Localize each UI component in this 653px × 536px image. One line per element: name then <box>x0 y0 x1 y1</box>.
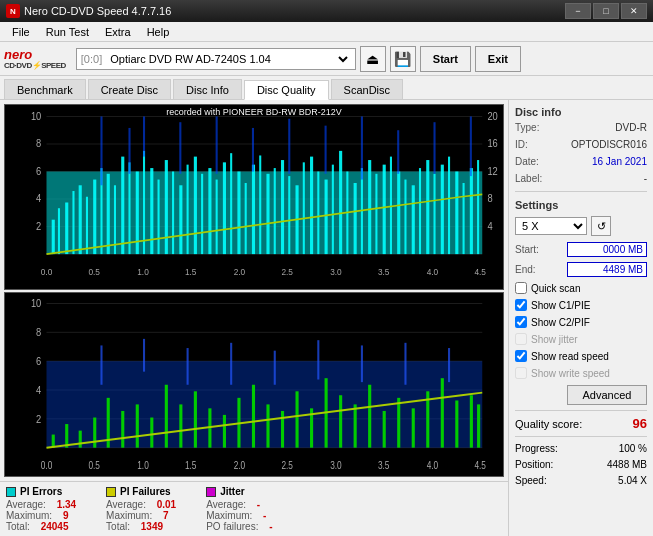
svg-rect-128 <box>266 404 269 447</box>
pi-failures-label: PI Failures <box>120 486 171 497</box>
svg-rect-82 <box>216 116 218 173</box>
svg-rect-34 <box>165 160 168 254</box>
tab-benchmark[interactable]: Benchmark <box>4 79 86 99</box>
app-title: Nero CD-DVD Speed 4.7.7.16 <box>24 5 171 17</box>
drive-label: [0:0] <box>81 53 102 65</box>
svg-rect-147 <box>230 342 232 384</box>
pi-failures-total-row: Total: 1349 <box>106 521 176 532</box>
svg-rect-47 <box>259 155 261 254</box>
settings-title: Settings <box>515 199 647 211</box>
advanced-button[interactable]: Advanced <box>567 385 647 405</box>
id-label: ID: <box>515 138 528 152</box>
date-label: Date: <box>515 155 539 169</box>
show-c1-label: Show C1/PIE <box>531 300 590 311</box>
pi-errors-avg-label: Average: <box>6 499 46 510</box>
svg-rect-118 <box>121 410 124 447</box>
jitter-avg-value: - <box>257 499 260 510</box>
end-input[interactable] <box>567 262 647 277</box>
show-read-speed-checkbox[interactable] <box>515 350 527 362</box>
show-jitter-checkbox <box>515 333 527 345</box>
svg-text:4.0: 4.0 <box>427 458 439 470</box>
menu-help[interactable]: Help <box>139 24 178 40</box>
svg-rect-84 <box>288 119 290 174</box>
jitter-max-value: - <box>263 510 266 521</box>
quick-scan-checkbox[interactable] <box>515 282 527 294</box>
svg-rect-67 <box>404 180 406 255</box>
svg-rect-149 <box>317 340 319 379</box>
menu-run-test[interactable]: Run Test <box>38 24 97 40</box>
tab-scan-disc[interactable]: ScanDisc <box>331 79 403 99</box>
svg-text:4.5: 4.5 <box>474 266 486 276</box>
start-button[interactable]: Start <box>420 46 471 72</box>
drive-dropdown[interactable]: Optiarc DVD RW AD-7240S 1.04 <box>106 52 351 66</box>
svg-text:4.5: 4.5 <box>474 458 486 470</box>
svg-rect-75 <box>463 183 465 254</box>
tab-disc-quality[interactable]: Disc Quality <box>244 80 329 100</box>
svg-rect-51 <box>288 176 290 254</box>
svg-rect-140 <box>441 378 444 447</box>
position-label: Position: <box>515 459 553 470</box>
svg-text:4.0: 4.0 <box>427 266 439 276</box>
svg-rect-36 <box>179 185 182 254</box>
speed2-label: Speed: <box>515 475 547 486</box>
start-row: Start: <box>515 242 647 257</box>
svg-rect-70 <box>426 160 429 254</box>
pi-failures-avg-row: Average: 0.01 <box>106 499 176 510</box>
tabs: Benchmark Create Disc Disc Info Disc Qua… <box>0 76 653 100</box>
show-write-speed-row: Show write speed <box>515 367 647 379</box>
nero-logo-subtitle: CD·DVD⚡SPEED <box>4 61 66 70</box>
start-input[interactable] <box>567 242 647 257</box>
show-read-speed-label: Show read speed <box>531 351 609 362</box>
svg-text:0.5: 0.5 <box>88 266 100 276</box>
svg-text:4: 4 <box>36 193 42 205</box>
position-value: 4488 MB <box>607 459 647 470</box>
close-button[interactable]: ✕ <box>621 3 647 19</box>
svg-rect-68 <box>412 185 415 254</box>
svg-rect-127 <box>252 384 255 447</box>
show-jitter-label: Show jitter <box>531 334 578 345</box>
svg-rect-48 <box>266 174 269 254</box>
window-controls: − □ ✕ <box>565 3 647 19</box>
save-button[interactable]: 💾 <box>390 46 416 72</box>
title-bar: N Nero CD-DVD Speed 4.7.7.16 − □ ✕ <box>0 0 653 22</box>
menu-file[interactable]: File <box>4 24 38 40</box>
svg-rect-112 <box>47 361 483 448</box>
svg-text:0.0: 0.0 <box>41 266 53 276</box>
eject-button[interactable]: ⏏ <box>360 46 386 72</box>
svg-text:4: 4 <box>36 382 41 395</box>
end-label: End: <box>515 264 536 275</box>
pi-failures-group: PI Failures Average: 0.01 Maximum: 7 Tot… <box>106 486 176 532</box>
svg-rect-73 <box>448 157 450 254</box>
disc-info-title: Disc info <box>515 106 647 118</box>
speed-select[interactable]: 5 X 4 X 8 X <box>515 217 587 235</box>
pi-errors-max-label: Maximum: <box>6 510 52 521</box>
drive-selector[interactable]: [0:0] Optiarc DVD RW AD-7240S 1.04 <box>76 48 356 70</box>
show-c2-checkbox[interactable] <box>515 316 527 328</box>
svg-text:8: 8 <box>487 193 493 205</box>
progress-row: Progress: 100 % <box>515 443 647 454</box>
svg-rect-28 <box>121 157 124 254</box>
show-c1-checkbox[interactable] <box>515 299 527 311</box>
svg-rect-80 <box>143 116 145 156</box>
tab-disc-info[interactable]: Disc Info <box>173 79 242 99</box>
chart1-title: recorded with PIONEER BD-RW BDR-212V <box>166 107 341 117</box>
svg-rect-116 <box>93 417 96 447</box>
svg-rect-87 <box>397 130 399 174</box>
disc-label-row: Label: - <box>515 172 647 186</box>
svg-rect-120 <box>150 417 153 447</box>
exit-button[interactable]: Exit <box>475 46 521 72</box>
maximize-button[interactable]: □ <box>593 3 619 19</box>
svg-text:2.5: 2.5 <box>281 266 293 276</box>
refresh-speed-button[interactable]: ↺ <box>591 216 611 236</box>
svg-rect-62 <box>368 160 371 254</box>
tab-create-disc[interactable]: Create Disc <box>88 79 171 99</box>
minimize-button[interactable]: − <box>565 3 591 19</box>
svg-rect-134 <box>354 404 357 447</box>
svg-rect-152 <box>448 348 450 382</box>
svg-rect-41 <box>216 180 218 255</box>
pi-errors-color <box>6 487 16 497</box>
pi-errors-total-value: 24045 <box>41 521 69 532</box>
menu-extra[interactable]: Extra <box>97 24 139 40</box>
svg-rect-17 <box>47 172 483 255</box>
svg-rect-56 <box>325 180 328 255</box>
